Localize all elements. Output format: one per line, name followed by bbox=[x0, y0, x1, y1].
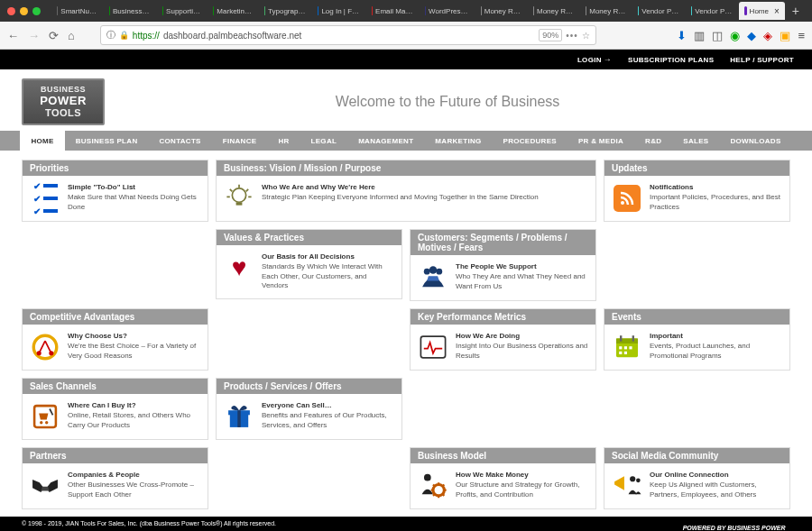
tab-favicon-icon bbox=[264, 6, 265, 15]
card-social[interactable]: Social Media Community Our Online Connec… bbox=[604, 447, 790, 509]
nav-item-sales[interactable]: SALES bbox=[672, 131, 719, 151]
svg-point-27 bbox=[636, 479, 641, 483]
browser-tab[interactable]: WordPres… bbox=[420, 2, 473, 20]
download-icon[interactable]: ⬇ bbox=[677, 29, 687, 42]
card-header: Values & Practices bbox=[217, 230, 401, 245]
card-products[interactable]: Products / Services / Offers Everyone Ca… bbox=[216, 378, 402, 440]
svg-point-7 bbox=[49, 351, 53, 355]
minimize-window-button[interactable] bbox=[20, 7, 28, 15]
nav-item-business-plan[interactable]: BUSINESS PLAN bbox=[65, 131, 149, 151]
subscription-plans-link[interactable]: SUBSCRIPTION PLANS bbox=[628, 56, 714, 64]
tab-favicon-icon bbox=[481, 6, 482, 15]
card-kpi[interactable]: Key Performance Metrics How We Are Doing… bbox=[410, 308, 596, 371]
card-values[interactable]: Values & Practices ♥ Our Basis for All D… bbox=[216, 229, 402, 299]
browser-tab[interactable]: Supporti… bbox=[157, 2, 206, 20]
browser-tab[interactable]: Vendor P… bbox=[632, 2, 684, 20]
card-text: Where Can I Buy It? Online, Retail Store… bbox=[68, 401, 200, 430]
browser-tab[interactable]: Vendor P… bbox=[686, 2, 737, 20]
nav-item-downloads[interactable]: DOWNLOADS bbox=[720, 131, 792, 151]
card-updates[interactable]: Updates Notifications Important Policies… bbox=[604, 160, 790, 222]
extension-icon-3[interactable]: ◈ bbox=[763, 29, 772, 42]
address-bar[interactable]: ⓘ 🔒 https://dashboard.palmbeachsoftware.… bbox=[100, 25, 596, 45]
card-priorities[interactable]: Priorities ✔ ✔ ✔ Simple "To-Do" List Mak… bbox=[22, 160, 208, 222]
nav-item-pr-media[interactable]: PR & MEDIA bbox=[567, 131, 634, 151]
browser-tab[interactable]: Home× bbox=[739, 2, 785, 20]
svg-rect-16 bbox=[619, 352, 622, 354]
svg-point-19 bbox=[40, 421, 42, 424]
browser-tab[interactable]: Money R… bbox=[580, 2, 631, 20]
nav-item-finance[interactable]: FINANCE bbox=[212, 131, 268, 151]
card-competitive[interactable]: Competitive Advantages Why Choose Us? We… bbox=[22, 308, 208, 371]
new-tab-button[interactable]: + bbox=[787, 4, 805, 18]
svg-point-26 bbox=[630, 476, 635, 481]
footer: © 1998 - 2019, JIAN Tools For Sales, Inc… bbox=[0, 517, 812, 531]
nav-item-r-d[interactable]: R&D bbox=[634, 131, 672, 151]
card-header: Customers: Segments / Problems / Motives… bbox=[411, 230, 595, 255]
heart-icon: ♥ bbox=[224, 252, 254, 283]
home-button[interactable]: ⌂ bbox=[68, 29, 75, 42]
browser-tab[interactable]: Money R… bbox=[475, 2, 526, 20]
nav-item-hr[interactable]: HR bbox=[267, 131, 300, 151]
browser-tab[interactable]: Email Ma… bbox=[366, 2, 418, 20]
card-text: The People We Support Who They Are and W… bbox=[456, 262, 588, 291]
menu-icon[interactable]: ≡ bbox=[798, 29, 805, 42]
card-events[interactable]: Events Important Events, Product Launche… bbox=[604, 308, 790, 371]
tab-favicon-icon bbox=[425, 6, 426, 15]
tab-label: Log In | F… bbox=[321, 7, 359, 15]
bookmark-star-icon[interactable]: ☆ bbox=[582, 31, 590, 41]
browser-tab[interactable]: Business… bbox=[104, 2, 155, 20]
login-link[interactable]: LOGIN→ bbox=[577, 55, 612, 64]
nav-item-home[interactable]: HOME bbox=[20, 131, 64, 151]
zoom-indicator[interactable]: 90% bbox=[539, 29, 562, 41]
card-customers[interactable]: Customers: Segments / Problems / Motives… bbox=[410, 229, 596, 301]
browser-tab[interactable]: SmartNu… bbox=[51, 2, 102, 20]
extension-icon-1[interactable]: ◉ bbox=[730, 29, 740, 42]
help-support-link[interactable]: HELP / SUPPORT bbox=[730, 56, 794, 64]
card-header: Social Media Community bbox=[604, 448, 789, 463]
svg-point-2 bbox=[424, 269, 430, 275]
library-icon[interactable]: ▥ bbox=[694, 29, 705, 42]
browser-tab[interactable]: Typograp… bbox=[259, 2, 310, 20]
tab-label: WordPres… bbox=[429, 7, 467, 15]
sidebar-icon[interactable]: ◫ bbox=[712, 29, 723, 42]
browser-tab[interactable]: Log In | F… bbox=[312, 2, 364, 20]
tab-favicon-icon bbox=[162, 6, 164, 15]
card-header: Events bbox=[604, 309, 789, 325]
card-vision[interactable]: Business: Vision / Mission / Purpose Who… bbox=[216, 160, 596, 222]
close-tab-icon[interactable]: × bbox=[774, 6, 780, 16]
nav-item-contacts[interactable]: CONTACTS bbox=[148, 131, 211, 151]
svg-point-20 bbox=[45, 421, 48, 424]
nav-item-procedures[interactable]: PROCEDURES bbox=[493, 131, 567, 151]
svg-point-0 bbox=[232, 188, 245, 202]
card-header: Updates bbox=[604, 160, 789, 176]
browser-tab[interactable]: Money R… bbox=[528, 2, 578, 20]
card-header: Business Model bbox=[411, 448, 595, 463]
card-business-model[interactable]: Business Model How We Make Money Our Str… bbox=[410, 447, 596, 509]
extension-icon-2[interactable]: ◆ bbox=[747, 29, 756, 42]
nav-item-management[interactable]: MANAGEMENT bbox=[347, 131, 424, 151]
logo[interactable]: BUSINESS POWER TOOLS bbox=[22, 78, 105, 125]
more-icon[interactable]: ••• bbox=[566, 31, 578, 41]
browser-tab[interactable]: Marketin… bbox=[208, 2, 257, 20]
card-sales-channels[interactable]: Sales Channels Where Can I Buy It? Onlin… bbox=[22, 378, 208, 440]
tab-favicon-icon bbox=[638, 6, 639, 15]
nav-item-legal[interactable]: LEGAL bbox=[300, 131, 348, 151]
tab-label: Vendor P… bbox=[641, 7, 678, 15]
tab-favicon-icon bbox=[318, 6, 318, 15]
card-partners[interactable]: Partners Companies & People Other Busine… bbox=[22, 447, 208, 509]
forward-button[interactable]: → bbox=[28, 29, 40, 42]
card-header: Products / Services / Offers bbox=[217, 379, 401, 394]
back-button[interactable]: ← bbox=[7, 29, 19, 42]
card-text: Simple "To-Do" List Make Sure that What … bbox=[68, 183, 200, 212]
svg-point-3 bbox=[436, 269, 442, 275]
maximize-window-button[interactable] bbox=[32, 7, 41, 15]
extension-icon-4[interactable]: ▣ bbox=[780, 29, 790, 42]
reload-button[interactable]: ⟳ bbox=[49, 29, 59, 42]
nav-item-marketing[interactable]: MARKETING bbox=[424, 131, 492, 151]
tab-favicon-icon bbox=[213, 6, 214, 15]
shield-icon: ⓘ bbox=[106, 29, 115, 41]
close-window-button[interactable] bbox=[7, 7, 15, 15]
gift-icon bbox=[224, 401, 254, 432]
tab-favicon-icon bbox=[744, 6, 746, 15]
svg-rect-11 bbox=[620, 335, 622, 341]
